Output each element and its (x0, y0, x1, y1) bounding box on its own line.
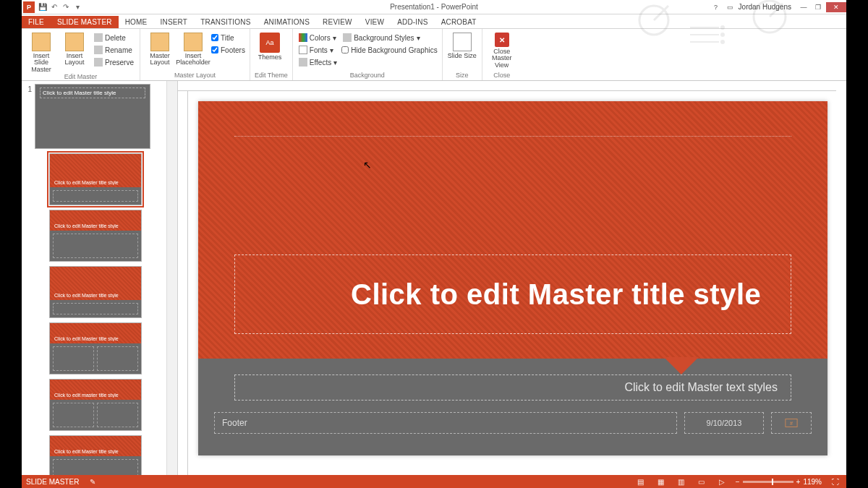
sorter-view-button[interactable]: ▥ (675, 476, 688, 487)
number-icon: # (785, 418, 798, 428)
rename-button[interactable]: Rename (93, 44, 135, 56)
footer-placeholder[interactable]: Footer (214, 412, 677, 434)
zoom-value[interactable]: 119% (803, 478, 822, 486)
tab-acrobat[interactable]: ACROBAT (435, 16, 483, 28)
ribbon-display-icon[interactable]: ▭ (724, 2, 737, 12)
close-master-view-button[interactable]: ✕Close Master View (487, 31, 517, 69)
maximize-button[interactable]: ❐ (812, 2, 825, 12)
help-icon[interactable]: ? (710, 2, 723, 12)
group-label: Size (447, 72, 477, 80)
group-label: Close (487, 72, 517, 80)
master-number: 1 (25, 84, 32, 93)
themes-icon: Aa (260, 33, 280, 53)
tab-insert[interactable]: INSERT (153, 16, 194, 28)
zoom-out-button[interactable]: − (736, 478, 740, 486)
thumb-body (50, 187, 141, 205)
effects-button[interactable]: Effects ▾ (297, 56, 339, 68)
thumb-title: Click to edit Master title style (40, 87, 145, 98)
themes-button[interactable]: AaThemes (255, 31, 285, 61)
thumb-body (50, 343, 141, 374)
fonts-button[interactable]: Fonts ▾ (297, 44, 339, 56)
date-placeholder[interactable]: 9/10/2013 (684, 412, 764, 434)
slide-editor[interactable]: Click to edit Master title style Click t… (198, 101, 827, 455)
subtitle-text: Click to edit Master text styles (624, 381, 778, 394)
reading-view-button[interactable]: ▭ (695, 476, 708, 487)
spellcheck-icon[interactable]: ✎ (86, 476, 99, 487)
slide-canvas[interactable]: Click to edit Master title style Click t… (178, 81, 846, 475)
redo-icon[interactable]: ↷ (61, 2, 71, 12)
layout-thumbnail[interactable] (49, 322, 142, 374)
group-edit-theme: AaThemes Edit Theme (250, 29, 293, 80)
slide-master-icon (32, 33, 51, 51)
tab-view[interactable]: VIEW (359, 16, 391, 28)
hide-bg-checkbox[interactable]: Hide Background Graphics (341, 44, 438, 56)
rename-icon (94, 46, 103, 54)
master-slide-thumbnail[interactable]: Click to edit Master title style (35, 84, 150, 149)
thumb-body (50, 231, 141, 261)
master-layout-button[interactable]: Master Layout (145, 31, 175, 67)
account-user[interactable]: Jordan Hudgens (739, 3, 791, 11)
group-label: Master Layout (145, 72, 245, 80)
normal-view-button[interactable]: ▦ (655, 476, 668, 487)
insert-layout-button[interactable]: Insert Layout (59, 31, 90, 67)
slide-size-icon (453, 33, 472, 51)
title-checkbox[interactable]: Title (211, 32, 245, 43)
vertical-ruler (178, 91, 188, 475)
layout-thumbnail[interactable] (49, 435, 142, 475)
save-icon[interactable]: 💾 (38, 2, 48, 12)
layout-thumbnail[interactable] (49, 210, 142, 262)
tab-animations[interactable]: ANIMATIONS (258, 16, 316, 28)
layout-thumbnail[interactable] (49, 266, 142, 318)
ribbon: Insert Slide Master Insert Layout Delete… (22, 29, 846, 81)
delete-icon (94, 33, 103, 42)
footers-checkbox[interactable]: Footers (211, 44, 245, 56)
group-size: Slide Size Size (443, 29, 482, 80)
subtitle-placeholder[interactable]: Click to edit Master text styles (234, 374, 791, 401)
horizontal-ruler (178, 81, 836, 91)
tab-add-ins[interactable]: ADD-INS (391, 16, 435, 28)
slide-number-placeholder[interactable]: # (771, 412, 812, 434)
zoom-in-button[interactable]: + (796, 478, 801, 486)
tab-file[interactable]: FILE (22, 16, 51, 28)
thumb-header (50, 210, 141, 231)
thumb-header (50, 380, 141, 400)
zoom-control[interactable]: − + 119% (736, 478, 822, 486)
title-placeholder[interactable]: Click to edit Master title style (234, 254, 791, 334)
close-window-button[interactable]: ✕ (826, 2, 846, 12)
thumb-body (50, 300, 141, 317)
insert-placeholder-button[interactable]: Insert Placeholder (178, 31, 208, 67)
notes-button[interactable]: ▤ (634, 476, 647, 487)
colors-button[interactable]: Colors ▾ (297, 32, 339, 43)
tab-slide-master[interactable]: SLIDE MASTER (51, 16, 119, 28)
quick-access-toolbar: 💾 ↶ ↷ ▾ (38, 2, 82, 12)
group-master-layout: Master Layout Insert Placeholder Title F… (140, 29, 250, 80)
slideshow-button[interactable]: ▷ (715, 476, 728, 487)
thumb-header (50, 436, 141, 456)
effects-icon (299, 58, 307, 67)
preserve-button[interactable]: Preserve (93, 56, 135, 68)
app-window: P 💾 ↶ ↷ ▾ Presentation1 - PowerPoint ? ▭… (22, 0, 846, 488)
work-area: 1 Click to edit Master title style Click… (22, 81, 846, 475)
fit-to-window-button[interactable]: ⛶ (829, 476, 842, 487)
guide-line (234, 136, 791, 137)
zoom-slider[interactable] (743, 481, 793, 483)
layout-thumbnail[interactable] (49, 379, 142, 431)
qat-more-icon[interactable]: ▾ (72, 2, 82, 12)
slide-size-button[interactable]: Slide Size (447, 31, 477, 59)
master-layout-icon (150, 33, 169, 51)
minimize-button[interactable]: — (797, 2, 810, 12)
decorative-arrow-icon (664, 357, 699, 374)
tab-transitions[interactable]: TRANSITIONS (194, 16, 257, 28)
group-label: Background (297, 72, 438, 80)
group-edit-master: Insert Slide Master Insert Layout Delete… (22, 29, 140, 80)
insert-slide-master-button[interactable]: Insert Slide Master (26, 31, 56, 73)
undo-icon[interactable]: ↶ (49, 2, 59, 12)
tab-home[interactable]: HOME (119, 16, 154, 28)
layout-thumbnail[interactable] (49, 153, 142, 205)
background-styles-button[interactable]: Background Styles ▾ (341, 32, 438, 43)
tab-review[interactable]: REVIEW (316, 16, 359, 28)
group-close: ✕Close Master View Close (482, 29, 522, 80)
close-icon: ✕ (495, 33, 509, 47)
delete-button[interactable]: Delete (93, 32, 135, 43)
thumbnail-pane[interactable]: 1 Click to edit Master title style (22, 81, 178, 475)
